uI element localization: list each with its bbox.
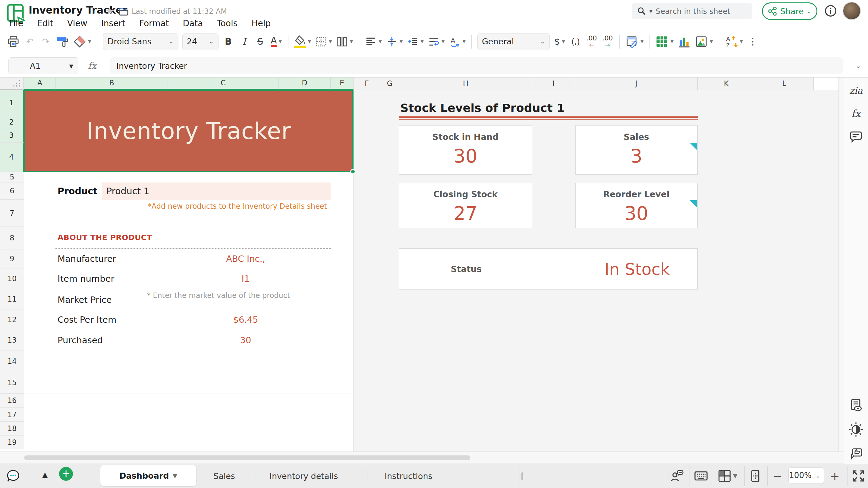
row-header-12[interactable]: 12 (0, 310, 24, 330)
card-value[interactable]: 30 (399, 145, 532, 167)
clear-format-icon[interactable]: ▾ (73, 33, 91, 50)
sort-button[interactable]: AZ▾ (725, 33, 743, 50)
row-header-4[interactable]: 4 (0, 143, 24, 172)
tab-sales[interactable]: Sales (201, 464, 248, 488)
row-header-18[interactable]: 18 (0, 422, 24, 435)
user-avatar[interactable] (843, 2, 861, 20)
row-header-16[interactable]: 16 (0, 394, 24, 408)
banner-cell[interactable]: Inventory Tracker (24, 90, 353, 172)
menu-view[interactable]: View (67, 19, 87, 28)
column-header-A[interactable]: A (24, 78, 56, 90)
row-header-8[interactable]: 8 (0, 227, 24, 250)
row-header-13[interactable]: 13 (0, 330, 24, 350)
preview-document-icon[interactable] (847, 397, 864, 414)
zoom-out-button[interactable]: − (771, 469, 784, 483)
column-header-K[interactable]: K (698, 78, 755, 90)
card-value[interactable]: 27 (399, 202, 532, 224)
menu-format[interactable]: Format (139, 19, 169, 28)
search-box[interactable]: ▼ (632, 3, 752, 19)
fullscreen-icon[interactable] (850, 467, 867, 484)
freeze-caret-icon[interactable]: ▼ (733, 472, 738, 479)
detail-value-manufacturer[interactable]: ABC Inc., (226, 254, 265, 264)
card-sales[interactable]: Sales 3 (575, 125, 698, 175)
row-header-17[interactable]: 17 (0, 408, 24, 422)
menu-tools[interactable]: Tools (217, 19, 238, 28)
info-icon[interactable] (824, 4, 837, 18)
horizontal-align-button[interactable]: ▾ (365, 33, 382, 50)
name-box[interactable]: A1▾ (8, 57, 79, 74)
card-reorder-level[interactable]: Reorder Level 30 (575, 183, 698, 228)
horizontal-scrollbar-thumb[interactable] (24, 455, 470, 460)
column-header-B[interactable]: B (56, 78, 168, 90)
status-card[interactable]: Status In Stock (399, 248, 698, 290)
strikethrough-button[interactable]: S (254, 33, 267, 50)
card-value[interactable]: 30 (576, 202, 697, 224)
undo-icon[interactable]: ↶ (24, 33, 36, 50)
share-button[interactable]: Share ⌄ (762, 2, 817, 20)
chat-icon[interactable] (5, 467, 22, 484)
card-stock-in-hand[interactable]: Stock in Hand 30 (399, 125, 532, 175)
formula-input[interactable]: Inventory Tracker (110, 57, 843, 74)
status-value[interactable]: In Stock (604, 259, 670, 278)
insert-image-button[interactable]: ▾ (695, 33, 713, 50)
fill-color-button[interactable]: ▾ (294, 33, 311, 50)
row-header-3[interactable]: 3 (0, 128, 24, 143)
search-options-caret-icon[interactable]: ▼ (649, 8, 653, 14)
keyboard-shortcuts-icon[interactable] (692, 467, 710, 484)
zia-assistant-icon[interactable]: zia (847, 82, 864, 99)
vertical-align-button[interactable]: ▾ (386, 33, 403, 50)
comments-panel-icon[interactable] (847, 128, 864, 145)
print-icon[interactable] (7, 33, 20, 50)
product-value-cell[interactable]: Product 1 (101, 182, 331, 200)
freeze-panes-icon[interactable] (716, 467, 733, 484)
zoom-caret-icon[interactable]: ⌄ (812, 472, 824, 479)
vertical-scrollbar[interactable] (838, 78, 844, 464)
column-header-D[interactable]: D (279, 78, 331, 90)
favorite-star-icon[interactable]: ★ (105, 5, 114, 17)
font-family-select[interactable]: Droid Sans⌄ (103, 33, 179, 50)
comma-format-button[interactable]: (,) (569, 33, 582, 50)
menu-help[interactable]: Help (251, 19, 271, 28)
row-header-10[interactable]: 10 (0, 268, 24, 289)
contrast-theme-icon[interactable] (847, 421, 864, 438)
merge-cells-button[interactable]: ▾ (336, 33, 353, 50)
functions-panel-icon[interactable]: fx (847, 105, 864, 122)
card-value[interactable]: 3 (576, 145, 697, 167)
feedback-icon[interactable] (847, 445, 864, 462)
statusbar-resize-handle[interactable] (521, 472, 523, 480)
row-header-15[interactable]: 15 (0, 372, 24, 394)
detail-value-item-number[interactable]: I1 (241, 274, 250, 284)
text-color-button[interactable]: A▾ (270, 33, 282, 50)
more-options-icon[interactable]: ⋮ (747, 33, 759, 50)
column-header-G[interactable]: G (380, 78, 399, 90)
collaborators-icon[interactable] (669, 467, 685, 484)
detail-value-purchased[interactable]: 30 (240, 335, 251, 345)
sheet-list-toggle-icon[interactable]: ▲ (42, 470, 48, 479)
tab-dashboard[interactable]: Dashboard ▼ (100, 465, 196, 486)
column-header-L[interactable]: L (755, 78, 814, 90)
font-size-select[interactable]: 24⌄ (182, 33, 218, 50)
number-format-select[interactable]: General⌄ (477, 33, 550, 50)
zoom-level-select[interactable]: 100% ⌄ (788, 467, 824, 484)
detail-value-cost-per-item[interactable]: $6.45 (233, 315, 258, 325)
add-sheet-button[interactable]: + (59, 467, 73, 481)
menu-edit[interactable]: Edit (37, 19, 53, 28)
increase-decimal-button[interactable]: .00→ (601, 33, 614, 50)
card-closing-stock[interactable]: Closing Stock 27 (399, 183, 532, 228)
row-header-5[interactable]: 5 (0, 172, 24, 182)
column-header-F[interactable]: F (353, 78, 380, 90)
tab-caret-icon[interactable]: ▼ (173, 472, 177, 479)
tab-inventory-details[interactable]: Inventory details (257, 464, 351, 488)
menu-file[interactable]: File (9, 19, 23, 28)
text-rotate-button[interactable]: A▾ (448, 33, 466, 50)
row-header-7[interactable]: 7 (0, 200, 24, 227)
folder-icon[interactable] (118, 7, 129, 16)
column-header-I[interactable]: I (532, 78, 575, 90)
column-header-J[interactable]: J (575, 78, 698, 90)
row-header-2[interactable]: 2 (0, 116, 24, 128)
text-wrap-button[interactable]: ▾ (428, 33, 445, 50)
fit-to-screen-icon[interactable] (747, 467, 764, 484)
conditional-format-button[interactable]: ▾ (625, 33, 644, 50)
column-header-H[interactable]: H (399, 78, 532, 90)
menu-insert[interactable]: Insert (101, 19, 125, 28)
